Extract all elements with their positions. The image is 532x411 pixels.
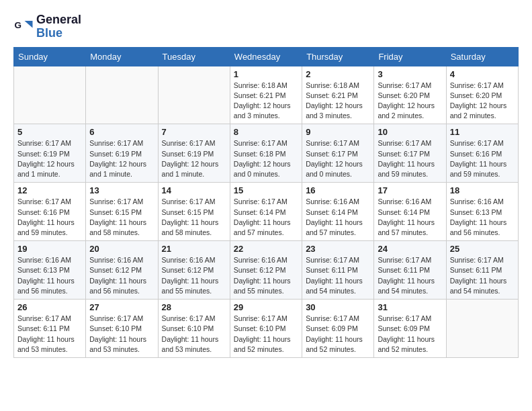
cell-info: Sunrise: 6:17 AMSunset: 6:10 PMDaylight:… — [234, 314, 298, 355]
cell-info: Sunrise: 6:17 AMSunset: 6:11 PMDaylight:… — [306, 255, 370, 296]
cell-info: Sunrise: 6:17 AMSunset: 6:18 PMDaylight:… — [234, 138, 298, 179]
day-number: 2 — [306, 69, 370, 79]
calendar-cell: 1Sunrise: 6:18 AMSunset: 6:21 PMDaylight… — [230, 66, 302, 124]
cell-info: Sunrise: 6:16 AMSunset: 6:13 PMDaylight:… — [450, 197, 515, 238]
day-number: 16 — [306, 185, 370, 195]
calendar-cell: 26Sunrise: 6:17 AMSunset: 6:11 PMDayligh… — [14, 300, 86, 358]
calendar-cell: 27Sunrise: 6:17 AMSunset: 6:10 PMDayligh… — [86, 300, 158, 358]
calendar-week-2: 5Sunrise: 6:17 AMSunset: 6:19 PMDaylight… — [14, 124, 519, 183]
cell-info: Sunrise: 6:17 AMSunset: 6:20 PMDaylight:… — [450, 81, 515, 122]
day-number: 6 — [89, 127, 154, 137]
logo: G General Blue — [13, 13, 81, 40]
calendar-cell — [446, 300, 518, 358]
svg-marker-1 — [25, 21, 33, 28]
cell-info: Sunrise: 6:17 AMSunset: 6:16 PMDaylight:… — [450, 138, 515, 179]
day-number: 27 — [89, 302, 154, 312]
cell-info: Sunrise: 6:17 AMSunset: 6:17 PMDaylight:… — [306, 138, 370, 179]
cell-info: Sunrise: 6:17 AMSunset: 6:11 PMDaylight:… — [378, 255, 442, 296]
day-number: 12 — [17, 185, 82, 195]
calendar-cell: 8Sunrise: 6:17 AMSunset: 6:18 PMDaylight… — [230, 124, 302, 183]
calendar-cell: 22Sunrise: 6:16 AMSunset: 6:12 PMDayligh… — [230, 241, 302, 300]
day-number: 14 — [162, 185, 226, 195]
cell-info: Sunrise: 6:17 AMSunset: 6:19 PMDaylight:… — [17, 138, 82, 179]
weekday-tuesday: Tuesday — [158, 47, 230, 66]
day-number: 11 — [450, 127, 515, 137]
calendar-week-5: 26Sunrise: 6:17 AMSunset: 6:11 PMDayligh… — [14, 300, 519, 358]
calendar-cell: 6Sunrise: 6:17 AMSunset: 6:19 PMDaylight… — [86, 124, 158, 183]
calendar-cell: 5Sunrise: 6:17 AMSunset: 6:19 PMDaylight… — [14, 124, 86, 183]
day-number: 24 — [378, 244, 442, 254]
logo-text-line1: General — [36, 13, 81, 27]
calendar-table: SundayMondayTuesdayWednesdayThursdayFrid… — [13, 47, 519, 358]
calendar-cell — [86, 66, 158, 124]
calendar-cell: 10Sunrise: 6:17 AMSunset: 6:17 PMDayligh… — [374, 124, 446, 183]
calendar-cell: 23Sunrise: 6:17 AMSunset: 6:11 PMDayligh… — [302, 241, 374, 300]
cell-info: Sunrise: 6:17 AMSunset: 6:11 PMDaylight:… — [17, 314, 82, 355]
cell-info: Sunrise: 6:17 AMSunset: 6:09 PMDaylight:… — [378, 314, 442, 355]
cell-info: Sunrise: 6:17 AMSunset: 6:10 PMDaylight:… — [162, 314, 226, 355]
day-number: 5 — [17, 127, 82, 137]
cell-info: Sunrise: 6:17 AMSunset: 6:15 PMDaylight:… — [89, 197, 154, 238]
day-number: 17 — [378, 185, 442, 195]
day-number: 19 — [17, 244, 82, 254]
calendar-cell: 25Sunrise: 6:17 AMSunset: 6:11 PMDayligh… — [446, 241, 518, 300]
cell-info: Sunrise: 6:16 AMSunset: 6:12 PMDaylight:… — [89, 255, 154, 296]
day-number: 10 — [378, 127, 442, 137]
day-number: 8 — [234, 127, 298, 137]
calendar-cell: 12Sunrise: 6:17 AMSunset: 6:16 PMDayligh… — [14, 183, 86, 241]
cell-info: Sunrise: 6:16 AMSunset: 6:13 PMDaylight:… — [17, 255, 82, 296]
day-number: 18 — [450, 185, 515, 195]
calendar-cell: 2Sunrise: 6:18 AMSunset: 6:21 PMDaylight… — [302, 66, 374, 124]
cell-info: Sunrise: 6:16 AMSunset: 6:12 PMDaylight:… — [162, 255, 226, 296]
calendar-week-1: 1Sunrise: 6:18 AMSunset: 6:21 PMDaylight… — [14, 66, 519, 124]
logo-icon: G — [13, 17, 34, 37]
cell-info: Sunrise: 6:17 AMSunset: 6:10 PMDaylight:… — [89, 314, 154, 355]
cell-info: Sunrise: 6:17 AMSunset: 6:14 PMDaylight:… — [234, 197, 298, 238]
weekday-header-row: SundayMondayTuesdayWednesdayThursdayFrid… — [14, 47, 519, 66]
calendar-cell — [158, 66, 230, 124]
logo-text-line2: Blue — [36, 27, 81, 40]
calendar-cell: 9Sunrise: 6:17 AMSunset: 6:17 PMDaylight… — [302, 124, 374, 183]
cell-info: Sunrise: 6:18 AMSunset: 6:21 PMDaylight:… — [306, 81, 370, 122]
day-number: 13 — [89, 185, 154, 195]
calendar-cell: 13Sunrise: 6:17 AMSunset: 6:15 PMDayligh… — [86, 183, 158, 241]
cell-info: Sunrise: 6:16 AMSunset: 6:12 PMDaylight:… — [234, 255, 298, 296]
weekday-wednesday: Wednesday — [230, 47, 302, 66]
calendar-cell: 3Sunrise: 6:17 AMSunset: 6:20 PMDaylight… — [374, 66, 446, 124]
weekday-friday: Friday — [374, 47, 446, 66]
calendar-cell: 19Sunrise: 6:16 AMSunset: 6:13 PMDayligh… — [14, 241, 86, 300]
day-number: 20 — [89, 244, 154, 254]
calendar-cell — [14, 66, 86, 124]
day-number: 15 — [234, 185, 298, 195]
calendar-cell: 17Sunrise: 6:16 AMSunset: 6:14 PMDayligh… — [374, 183, 446, 241]
calendar-cell: 7Sunrise: 6:17 AMSunset: 6:19 PMDaylight… — [158, 124, 230, 183]
day-number: 22 — [234, 244, 298, 254]
weekday-thursday: Thursday — [302, 47, 374, 66]
cell-info: Sunrise: 6:17 AMSunset: 6:19 PMDaylight:… — [162, 138, 226, 179]
calendar-cell: 21Sunrise: 6:16 AMSunset: 6:12 PMDayligh… — [158, 241, 230, 300]
calendar-cell: 20Sunrise: 6:16 AMSunset: 6:12 PMDayligh… — [86, 241, 158, 300]
cell-info: Sunrise: 6:17 AMSunset: 6:11 PMDaylight:… — [450, 255, 515, 296]
day-number: 29 — [234, 302, 298, 312]
weekday-monday: Monday — [86, 47, 158, 66]
cell-info: Sunrise: 6:17 AMSunset: 6:19 PMDaylight:… — [89, 138, 154, 179]
day-number: 9 — [306, 127, 370, 137]
day-number: 30 — [306, 302, 370, 312]
cell-info: Sunrise: 6:17 AMSunset: 6:09 PMDaylight:… — [306, 314, 370, 355]
page-header: G General Blue — [13, 13, 519, 40]
calendar-cell: 28Sunrise: 6:17 AMSunset: 6:10 PMDayligh… — [158, 300, 230, 358]
cell-info: Sunrise: 6:18 AMSunset: 6:21 PMDaylight:… — [234, 81, 298, 122]
day-number: 7 — [162, 127, 226, 137]
calendar-week-3: 12Sunrise: 6:17 AMSunset: 6:16 PMDayligh… — [14, 183, 519, 241]
calendar-cell: 4Sunrise: 6:17 AMSunset: 6:20 PMDaylight… — [446, 66, 518, 124]
calendar-cell: 24Sunrise: 6:17 AMSunset: 6:11 PMDayligh… — [374, 241, 446, 300]
calendar-cell: 18Sunrise: 6:16 AMSunset: 6:13 PMDayligh… — [446, 183, 518, 241]
calendar-cell: 16Sunrise: 6:16 AMSunset: 6:14 PMDayligh… — [302, 183, 374, 241]
cell-info: Sunrise: 6:17 AMSunset: 6:16 PMDaylight:… — [17, 197, 82, 238]
weekday-sunday: Sunday — [14, 47, 86, 66]
svg-text:G: G — [15, 19, 22, 30]
calendar-cell: 29Sunrise: 6:17 AMSunset: 6:10 PMDayligh… — [230, 300, 302, 358]
day-number: 28 — [162, 302, 226, 312]
day-number: 23 — [306, 244, 370, 254]
day-number: 1 — [234, 69, 298, 79]
